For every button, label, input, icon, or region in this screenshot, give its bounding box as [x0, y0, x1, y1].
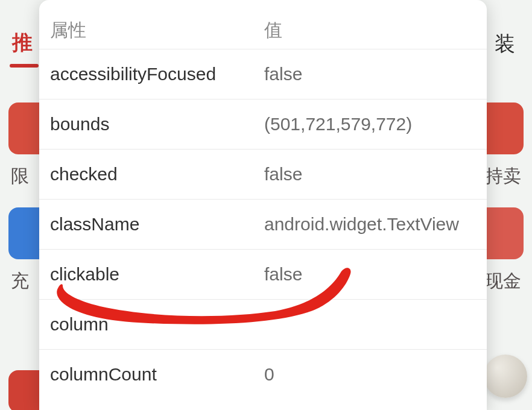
table-row[interactable]: clickable false: [39, 249, 487, 299]
table-row[interactable]: accessibilityFocused false: [39, 49, 487, 99]
attr-name: className: [50, 214, 264, 235]
header-attribute: 属性: [50, 18, 264, 43]
background-label: 限: [11, 164, 29, 189]
attr-name: accessibilityFocused: [50, 64, 264, 84]
table-row[interactable]: columnCount 0: [39, 349, 487, 399]
attr-name: bounds: [50, 114, 264, 134]
attr-value: 0: [264, 364, 476, 385]
background-label: 持卖: [485, 164, 521, 189]
attr-value: (501,721,579,772): [264, 114, 476, 134]
properties-dialog: 属性 值 accessibilityFocused false bounds (…: [39, 0, 487, 410]
attr-name: columnCount: [50, 364, 264, 385]
background-tab-right: 装: [495, 30, 515, 58]
attr-value: false: [264, 164, 476, 184]
background-food-image: [484, 355, 527, 398]
table-body: accessibilityFocused false bounds (501,7…: [39, 49, 487, 399]
background-label: 现金: [485, 269, 521, 294]
attr-name: column: [50, 314, 264, 335]
attr-name: clickable: [50, 264, 264, 285]
table-row[interactable]: column: [39, 299, 487, 349]
attr-name: checked: [50, 164, 264, 184]
attr-value: false: [264, 64, 476, 84]
table-row[interactable]: checked false: [39, 149, 487, 199]
table-header: 属性 值: [39, 0, 487, 49]
table-row[interactable]: className android.widget.TextView: [39, 199, 487, 249]
attr-value: false: [264, 264, 476, 285]
table-row[interactable]: bounds (501,721,579,772): [39, 99, 487, 149]
background-tab-left: 推: [12, 29, 33, 57]
background-label: 充: [11, 269, 29, 294]
attr-value: android.widget.TextView: [264, 214, 476, 235]
header-value: 值: [264, 18, 476, 43]
